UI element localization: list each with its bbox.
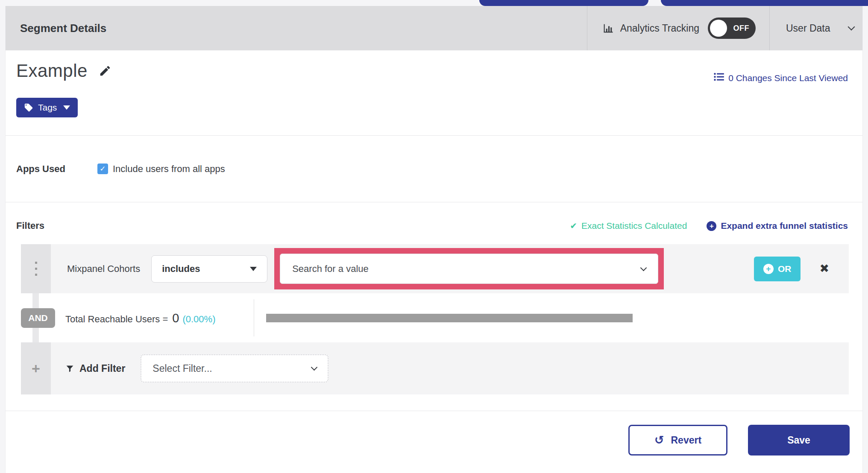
select-filter-placeholder: Select Filter... bbox=[152, 363, 212, 374]
cutoff-button-right[interactable] bbox=[661, 0, 868, 6]
caret-down-icon bbox=[250, 267, 257, 271]
grip-dot bbox=[35, 268, 37, 270]
toggle-state-label: OFF bbox=[733, 24, 750, 33]
analytics-tracking-label: Analytics Tracking bbox=[620, 23, 699, 34]
user-data-dropdown[interactable]: User Data bbox=[769, 6, 862, 50]
add-filter-plus-strip[interactable]: + bbox=[21, 342, 51, 394]
total-reachable-row: AND Total Reachable Users = 0 (0.00%) bbox=[21, 293, 849, 342]
segment-details-header: Segment Details Analytics Tracking OFF U… bbox=[6, 6, 862, 50]
analytics-tracking-toggle[interactable]: OFF bbox=[708, 18, 756, 39]
chevron-down-icon bbox=[640, 264, 647, 271]
tags-button[interactable]: Tags bbox=[16, 98, 78, 117]
vertical-divider bbox=[254, 299, 254, 336]
total-reachable-label: Total Reachable Users = bbox=[65, 313, 168, 324]
operator-value: includes bbox=[162, 263, 200, 274]
highlight-annotation: Search for a value bbox=[274, 248, 664, 289]
include-all-apps-label: Include users from all apps bbox=[113, 164, 225, 175]
page-title: Segment Details bbox=[6, 6, 587, 50]
grip-dot bbox=[35, 262, 37, 264]
segment-title-section: Example 0 Changes Since Last Viewed bbox=[6, 50, 862, 136]
tag-icon bbox=[24, 103, 33, 112]
operator-select[interactable]: includes bbox=[151, 255, 267, 283]
total-reachable-value: 0 bbox=[172, 311, 179, 325]
changes-link-label: 0 Changes Since Last Viewed bbox=[728, 73, 848, 83]
caret-down-icon bbox=[63, 105, 70, 110]
cutoff-button-left[interactable] bbox=[479, 0, 648, 6]
top-cutoff-strip bbox=[0, 0, 868, 6]
drag-handle[interactable] bbox=[21, 244, 51, 293]
toggle-knob bbox=[710, 20, 727, 37]
reachable-users-bar bbox=[266, 314, 633, 322]
plus-circle-icon: + bbox=[707, 221, 716, 231]
checkbox-check-icon: ✓ bbox=[100, 164, 106, 173]
total-reachable-percent: (0.00%) bbox=[182, 313, 215, 324]
apps-used-label: Apps Used bbox=[16, 164, 65, 175]
filters-heading: Filters bbox=[16, 220, 44, 231]
plus-circle-icon: + bbox=[763, 264, 774, 274]
filter-name-label: Mixpanel Cohorts bbox=[67, 263, 140, 274]
add-or-condition-button[interactable]: + OR bbox=[754, 257, 801, 281]
exact-statistics-status: ✔ Exact Statistics Calculated bbox=[570, 221, 687, 231]
save-button[interactable]: Save bbox=[748, 425, 850, 455]
remove-filter-icon[interactable]: ✖ bbox=[819, 263, 829, 274]
revert-button[interactable]: ↺ Revert bbox=[628, 425, 727, 455]
analytics-bars-icon bbox=[602, 22, 614, 34]
filter-row: Mixpanel Cohorts includes Search for a v… bbox=[21, 244, 849, 293]
tags-button-label: Tags bbox=[38, 102, 57, 113]
changes-since-last-viewed-link[interactable]: 0 Changes Since Last Viewed bbox=[714, 73, 848, 83]
chevron-down-icon bbox=[848, 23, 855, 31]
add-filter-row: + Add Filter Select Filter... bbox=[21, 342, 849, 394]
plus-icon: + bbox=[32, 361, 40, 376]
grip-dot bbox=[35, 274, 37, 276]
revert-button-label: Revert bbox=[671, 435, 702, 446]
changes-list-icon bbox=[714, 73, 724, 83]
add-filter-label: Add Filter bbox=[79, 363, 125, 374]
exact-statistics-label: Exact Statistics Calculated bbox=[581, 221, 687, 231]
value-select-placeholder: Search for a value bbox=[292, 263, 369, 274]
select-filter-dropdown[interactable]: Select Filter... bbox=[141, 354, 328, 382]
or-button-label: OR bbox=[778, 264, 792, 274]
include-all-apps-row: ✓ Include users from all apps bbox=[97, 164, 225, 175]
edit-pencil-icon[interactable] bbox=[99, 64, 111, 77]
filter-funnel-icon bbox=[65, 364, 74, 373]
footer-actions: ↺ Revert Save bbox=[6, 411, 862, 473]
apps-used-section: Apps Used ✓ Include users from all apps bbox=[6, 136, 862, 202]
chevron-down-icon bbox=[311, 364, 318, 371]
check-icon: ✔ bbox=[570, 221, 577, 231]
analytics-tracking-group: Analytics Tracking OFF bbox=[587, 6, 769, 50]
segment-name: Example bbox=[16, 61, 88, 81]
revert-undo-icon: ↺ bbox=[654, 435, 664, 446]
segment-details-panel: Segment Details Analytics Tracking OFF U… bbox=[5, 6, 863, 473]
and-badge: AND bbox=[21, 308, 55, 328]
expand-funnel-statistics-label: Expand extra funnel statistics bbox=[721, 221, 848, 231]
user-data-label: User Data bbox=[786, 23, 830, 34]
expand-funnel-statistics-link[interactable]: + Expand extra funnel statistics bbox=[707, 221, 848, 231]
filters-section: Filters ✔ Exact Statistics Calculated + … bbox=[6, 202, 862, 411]
value-search-select[interactable]: Search for a value bbox=[280, 254, 658, 284]
include-all-apps-checkbox[interactable]: ✓ bbox=[97, 164, 108, 174]
